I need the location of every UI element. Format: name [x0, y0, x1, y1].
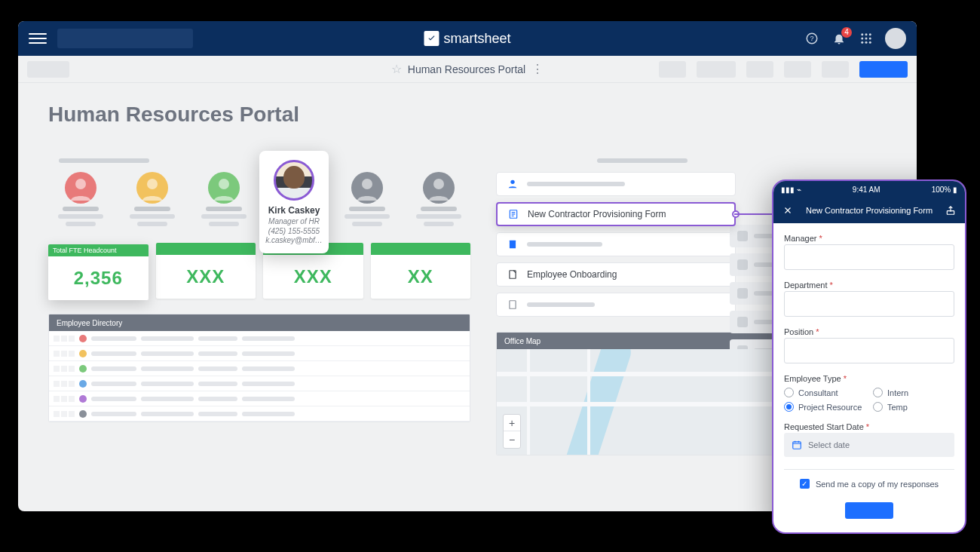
map-zoom: + − — [503, 414, 521, 449]
manager-label: Manager * — [784, 234, 822, 243]
help-icon[interactable]: ? — [804, 30, 820, 47]
people-row: Kirk Caskey Manager of HR (425) 155-5555… — [48, 172, 470, 226]
svg-point-8 — [861, 41, 863, 44]
form-body: Manager * Department * Position * Employ… — [773, 223, 965, 526]
page-title: Human Resources Portal — [48, 103, 887, 127]
copy-row[interactable]: ✓ Send me a copy of my responses — [784, 479, 954, 489]
department-label: Department * — [784, 281, 833, 290]
avatar-icon — [208, 172, 240, 204]
avatar-icon — [136, 172, 168, 204]
toolbar-btn-3[interactable] — [746, 61, 773, 78]
quick-link-form[interactable]: New Contractor Provisioning Form — [496, 202, 736, 226]
manager-field[interactable] — [784, 244, 954, 270]
user-avatar[interactable] — [885, 28, 906, 49]
person-card[interactable] — [335, 172, 399, 226]
radio-consultant[interactable]: Consultant — [784, 388, 865, 397]
table-row[interactable] — [49, 346, 470, 361]
toolbar: ☆ Human Resources Portal ⋮ — [18, 56, 917, 83]
kpi-2[interactable]: XXX — [156, 243, 256, 299]
toolbar-back[interactable] — [27, 61, 69, 78]
menu-button[interactable] — [29, 29, 47, 48]
svg-point-7 — [869, 38, 871, 40]
kebab-icon[interactable]: ⋮ — [531, 62, 544, 76]
toolbar-btn-5[interactable] — [822, 61, 849, 78]
quick-link-label: Employee Onboarding — [527, 269, 617, 280]
share-icon[interactable] — [944, 204, 957, 217]
kpi-row: Total FTE Headcount 2,356 XXX XXX XX — [48, 243, 470, 299]
quick-link-onboarding[interactable]: Employee Onboarding — [496, 262, 736, 287]
radio-temp[interactable]: Temp — [873, 402, 954, 412]
person-card[interactable] — [48, 172, 112, 226]
person-card[interactable] — [406, 172, 470, 226]
brand-text: smartsheet — [443, 31, 510, 47]
svg-text:?: ? — [810, 35, 813, 42]
quick-link-ghost[interactable] — [496, 293, 736, 317]
radio-intern[interactable]: Intern — [873, 388, 954, 397]
toolbar-btn-2[interactable] — [697, 61, 736, 78]
kpi-value: 2,356 — [48, 256, 149, 300]
svg-point-10 — [869, 41, 871, 44]
toolbar-right — [659, 61, 908, 78]
left-column: Kirk Caskey Manager of HR (425) 155-5555… — [48, 154, 470, 455]
svg-point-9 — [865, 41, 868, 44]
date-placeholder: Select date — [808, 440, 850, 449]
table-row[interactable] — [49, 376, 470, 391]
toolbar-btn-1[interactable] — [659, 61, 686, 78]
position-field[interactable] — [784, 338, 954, 363]
employee-type-radios: Consultant Intern Project Resource Temp — [784, 388, 954, 412]
calendar-icon — [792, 440, 802, 450]
svg-rect-32 — [793, 442, 801, 449]
breadcrumb-title: Human Resources Portal — [408, 63, 525, 75]
apps-icon[interactable] — [858, 30, 874, 47]
quick-link-ghost[interactable] — [496, 232, 736, 256]
directory-panel: Employee Directory — [48, 314, 470, 422]
person-phone: (425) 155-5555 — [265, 227, 323, 237]
users-icon — [506, 177, 519, 191]
person-card[interactable] — [120, 172, 184, 226]
workspace-selector[interactable] — [57, 29, 193, 48]
phone-statusbar: ▮▮▮ ⌁ 9:41 AM 100% ▮ — [773, 181, 965, 198]
brand-logo: smartsheet — [424, 31, 510, 47]
zoom-in-button[interactable]: + — [504, 415, 520, 431]
phone-title: New Contractor Provisioning Form — [801, 206, 938, 215]
person-popover: Kirk Caskey Manager of HR (425) 155-5555… — [259, 151, 329, 253]
person-card[interactable] — [191, 172, 256, 226]
directory-grid — [49, 331, 470, 422]
radio-project[interactable]: Project Resource — [784, 402, 865, 412]
svg-point-16 — [219, 179, 229, 189]
breadcrumb: ☆ Human Resources Portal ⋮ — [391, 62, 544, 76]
star-icon[interactable]: ☆ — [391, 62, 402, 76]
quick-link-ghost[interactable] — [496, 172, 736, 196]
primary-action-button[interactable] — [859, 61, 908, 78]
table-row[interactable] — [49, 391, 470, 406]
submit-button[interactable] — [845, 502, 893, 519]
copy-checkbox[interactable]: ✓ — [800, 479, 810, 489]
svg-point-23 — [510, 180, 514, 184]
svg-point-3 — [865, 33, 868, 35]
notifications-icon[interactable]: 4 — [831, 30, 847, 47]
close-icon[interactable] — [781, 204, 795, 217]
directory-title: Employee Directory — [49, 314, 470, 331]
kpi-4[interactable]: XX — [371, 243, 471, 299]
copy-label: Send me a copy of my responses — [816, 480, 939, 489]
table-row[interactable] — [49, 331, 470, 346]
svg-point-12 — [75, 179, 86, 189]
person-role: Manager of HR — [265, 217, 323, 227]
svg-point-22 — [433, 179, 444, 189]
table-row[interactable] — [49, 406, 470, 422]
divider — [784, 469, 954, 470]
toolbar-btn-4[interactable] — [784, 61, 811, 78]
zoom-out-button[interactable]: − — [504, 431, 520, 448]
topbar: smartsheet ? 4 — [18, 21, 917, 56]
status-battery: 100% ▮ — [932, 186, 957, 194]
start-date-field[interactable]: Select date — [784, 433, 954, 457]
table-row[interactable] — [49, 361, 470, 376]
svg-rect-28 — [510, 241, 516, 249]
kpi-headcount[interactable]: Total FTE Headcount 2,356 — [48, 244, 149, 300]
svg-point-4 — [869, 33, 871, 35]
phone-navbar: New Contractor Provisioning Form — [773, 198, 965, 223]
brand-mark-icon — [424, 31, 439, 46]
department-field[interactable] — [784, 291, 954, 317]
quick-link-label: New Contractor Provisioning Form — [528, 209, 666, 219]
book-icon — [506, 238, 519, 251]
